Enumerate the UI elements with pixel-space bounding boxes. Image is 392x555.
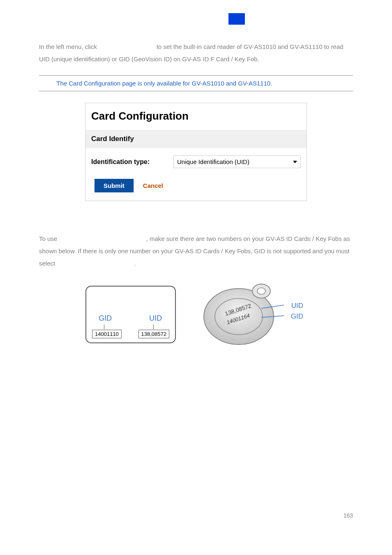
fob-uid-label: UID (291, 302, 303, 310)
note-label: Note: (39, 80, 55, 87)
panel-section-header: Card Identify (85, 130, 307, 148)
note-box: Note: The Card Configuration page is onl… (39, 75, 353, 91)
panel-title: Card Configuration (85, 103, 307, 130)
gid-label: GID (99, 314, 112, 323)
text-bold: Card Configuration (99, 43, 155, 50)
connector-line (153, 324, 154, 329)
card-config-panel: Card Configuration Card Identify Identif… (85, 103, 307, 201)
text: In the left menu, click (39, 43, 99, 50)
select-value: Unique Identification (UID) (177, 158, 249, 165)
chapter-badge (228, 13, 245, 25)
key-fob-illustration: 138,08572 14001164 UID GID (200, 280, 307, 349)
submit-button[interactable]: Submit (95, 179, 134, 192)
id-card-illustration: GID UID 14001110 138,08572 (85, 286, 176, 343)
cancel-button[interactable]: Cancel (134, 179, 172, 192)
uid-number: 138,08572 (138, 330, 169, 338)
intro-paragraph: In the left menu, click Card Configurati… (39, 41, 353, 65)
text: . (134, 260, 136, 267)
identification-row: Identification type: Unique Identificati… (85, 148, 307, 171)
identification-label: Identification type: (91, 158, 173, 166)
text-bold: GeoVision Identification (GID) (59, 235, 146, 242)
usage-paragraph: To use GeoVision Identification (GID), m… (39, 233, 353, 270)
text-bold: Unique Identification (UID) (57, 260, 134, 267)
section-heading: 8.2.2 Card Setting (39, 23, 353, 33)
identification-select[interactable]: Unique Identification (UID) (173, 155, 301, 168)
fob-gid-label: GID (291, 312, 303, 321)
page-number: 163 (344, 512, 353, 519)
connector-line (104, 324, 104, 329)
section-title: Card Setting (63, 23, 117, 33)
chevron-down-icon (293, 161, 297, 163)
illustration-row: GID UID 14001110 138,08572 138,08572 (39, 280, 353, 349)
chapter-number: 8 (222, 16, 227, 25)
svg-point-2 (257, 288, 265, 294)
figure-label: Figure 8-12 (39, 213, 353, 220)
text: To use (39, 235, 59, 242)
section-number: 8.2.2 (39, 23, 59, 33)
uid-label: UID (149, 314, 162, 323)
button-row: SubmitCancel (85, 171, 307, 201)
note-text: The Card Configuration page is only avai… (55, 80, 272, 87)
gid-number: 14001110 (92, 330, 122, 338)
